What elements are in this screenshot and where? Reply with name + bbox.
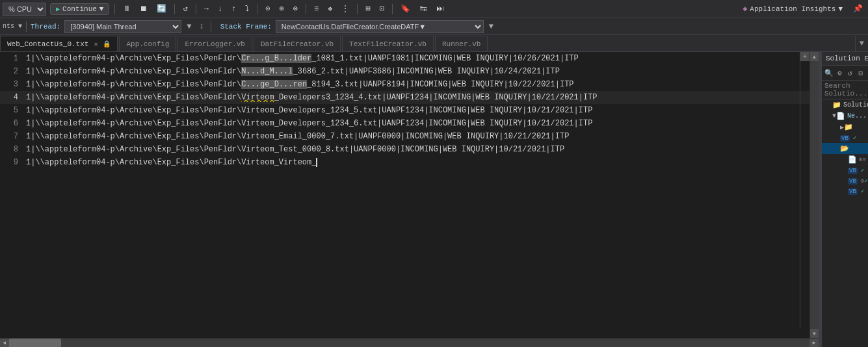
v-scroll-up[interactable]: ▲ xyxy=(810,52,819,61)
sol-vb-icon-2: VB xyxy=(848,166,859,174)
tab-web-contactus[interactable]: Web_ContactUs_0.txt ✕ 🔒 xyxy=(0,36,118,51)
toolbar-icon-6[interactable]: ↓ xyxy=(215,3,225,15)
line-num-9: 9 xyxy=(0,158,23,167)
play-icon: ▶ xyxy=(56,5,60,13)
thread-select[interactable]: [30940] Main Thread xyxy=(64,20,181,33)
toolbar-icon-16[interactable]: ⊡ xyxy=(377,3,387,15)
toolbar-icon-14[interactable]: ⋮ xyxy=(339,3,352,15)
sol-gear-2: ≡ xyxy=(862,157,865,163)
sol-item-project[interactable]: ▼ 📄 Ne... xyxy=(822,110,868,122)
sol-project-icon: 📄 xyxy=(836,112,845,120)
toolbar-icon-8[interactable]: ⤵ xyxy=(243,3,252,15)
code-line-8: 8 1|\\appteleform04-p\Archive\Exp_Files\… xyxy=(0,143,809,156)
toolbar-icon-9[interactable]: ⊙ xyxy=(263,3,272,15)
add-button[interactable]: + xyxy=(800,52,809,61)
sol-item-solution[interactable]: 📁 Solutio... xyxy=(822,99,868,110)
tab-datfilecreator[interactable]: DatFileCreator.vb xyxy=(254,36,341,51)
sol-search-placeholder: Search Solutio... xyxy=(824,82,867,97)
h-scroll-thumb[interactable] xyxy=(9,339,61,348)
toolbar-icon-1[interactable]: ⏸ xyxy=(120,3,133,15)
toolbar-pin-icon[interactable]: 📌 xyxy=(850,3,865,15)
code-editor[interactable]: + 1 1|\\appteleform04-p\Archive\Exp_File… xyxy=(0,52,809,338)
sol-item-vb4[interactable]: VB ✓ xyxy=(822,186,868,196)
tab-dropdown-button[interactable]: ▼ xyxy=(855,36,868,51)
toolbar-icon-19[interactable]: ⏭ xyxy=(434,3,447,15)
sol-item-selected[interactable]: 📂 xyxy=(822,143,868,154)
sol-item-vb3[interactable]: VB ⚙ ✓ xyxy=(822,175,868,186)
thread-nav-icon[interactable]: ↕ xyxy=(196,21,206,32)
tab-runner[interactable]: Runner.vb xyxy=(435,36,488,51)
h-scroll-left[interactable]: ◄ xyxy=(0,339,9,348)
line-num-7: 7 xyxy=(0,132,23,141)
toolbar-icon-3[interactable]: 🔄 xyxy=(154,3,169,15)
h-scroll-right[interactable]: ► xyxy=(809,339,819,348)
sol-vb-icon-4: VB xyxy=(848,187,859,195)
sol-item-file1[interactable]: 📄 ⚙ ≡ xyxy=(822,154,868,165)
continue-button[interactable]: ▶ Continue ▼ xyxy=(50,3,109,15)
toolbar-icon-5[interactable]: → xyxy=(202,3,211,15)
h-scroll-track[interactable] xyxy=(9,339,809,348)
tab-lock-icon: 🔒 xyxy=(103,40,111,48)
code-line-5: 5 1|\\appteleform04-p\Archive\Exp_Files\… xyxy=(0,104,809,117)
line-num-5: 5 xyxy=(0,106,23,115)
sol-tool-search[interactable]: 🔍 xyxy=(824,67,834,79)
stack-frame-label: Stack Frame: xyxy=(220,23,272,31)
line-content-9: 1|\\appteleform04-p\Archive\Exp_Files\Pe… xyxy=(23,158,322,167)
cpu-select[interactable]: % CPU xyxy=(3,3,46,16)
vb-badge-2: VB xyxy=(848,168,858,174)
code-wrapper: + 1 1|\\appteleform04-p\Archive\Exp_File… xyxy=(0,52,819,347)
sol-item-ref1[interactable]: ▶ 📁 xyxy=(822,122,868,133)
sol-file-icon: 📄 xyxy=(848,155,857,164)
sep4 xyxy=(257,4,257,14)
code-lines: 1 1|\\appteleform04-p\Archive\Exp_Files\… xyxy=(0,52,809,169)
app-insights-button[interactable]: ◈ Application Insights ▼ xyxy=(739,3,847,15)
tab-bar: Web_ContactUs_0.txt ✕ 🔒 App.config Error… xyxy=(0,35,868,52)
tab-textfilecreator[interactable]: TextFileCreator.vb xyxy=(342,36,434,51)
line-num-3: 3 xyxy=(0,80,23,89)
toolbar-icon-17[interactable]: 🔖 xyxy=(398,3,413,15)
toolbar-icon-15[interactable]: ⊞ xyxy=(363,3,373,15)
sol-vb-icon-3: VB xyxy=(848,177,859,185)
sol-item-vb1[interactable]: VB ✓ xyxy=(822,133,868,143)
sol-check-2: ✓ xyxy=(861,167,864,174)
toolbar-icon-2[interactable]: ⏹ xyxy=(137,3,150,15)
toolbar-icon-4[interactable]: ↺ xyxy=(180,3,190,15)
sol-folder-icon-1: 📁 xyxy=(844,123,853,131)
sol-tool-collapse[interactable]: ⊟ xyxy=(856,67,865,79)
toolbar-icon-18[interactable]: ⭾ xyxy=(417,3,430,15)
line-num-1: 1 xyxy=(0,54,23,63)
vb-badge-4: VB xyxy=(848,188,858,195)
v-scrollbar[interactable]: ▲ ▼ xyxy=(809,52,819,338)
stack-frame-select[interactable]: NewContactUs.DatFileCreator.CreateDATF▼ xyxy=(276,20,484,33)
sep1 xyxy=(114,4,115,14)
solution-explorer: Solution Exp... 🔍 ⚙ ↺ ⊟ Search Solutio..… xyxy=(821,52,868,347)
tab-errorlogger[interactable]: ErrorLogger.vb xyxy=(178,36,252,51)
line-content-3: 1|\\appteleform04-p\Archive\Exp_Files\Pe… xyxy=(23,80,574,89)
toolbar-icon-12[interactable]: ≡ xyxy=(311,3,321,15)
sol-item-vb2[interactable]: VB ✓ xyxy=(822,165,868,175)
tab-label-web-contactus: Web_ContactUs_0.txt xyxy=(7,40,88,48)
sol-solution-icon: 📁 xyxy=(832,101,841,109)
toolbar-icon-10[interactable]: ⊕ xyxy=(277,3,287,15)
tab-label-datfilecreator: DatFileCreator.vb xyxy=(261,40,334,48)
sol-solution-label: Solutio... xyxy=(843,101,868,109)
sol-tool-gear[interactable]: ⚙ xyxy=(835,67,844,79)
toolbar-icon-13[interactable]: ❖ xyxy=(325,3,335,15)
sep2 xyxy=(174,4,175,14)
filter-icon[interactable]: ▼ xyxy=(184,21,194,32)
line-num-4: 4 xyxy=(0,93,23,102)
toolbar-icon-11[interactable]: ⊗ xyxy=(291,3,300,15)
h-scrollbar[interactable]: ◄ ► xyxy=(0,338,819,347)
sol-tool-refresh[interactable]: ↺ xyxy=(846,67,855,79)
tab-app-config[interactable]: App.config xyxy=(119,36,176,51)
toolbar-icon-7[interactable]: ↑ xyxy=(229,3,239,15)
line-content-2: 1|\\appteleform04-p\Archive\Exp_Files\Pe… xyxy=(23,67,560,76)
solution-explorer-header: Solution Exp... xyxy=(822,52,868,66)
sol-search-bar: Search Solutio... xyxy=(822,81,868,99)
code-line-6: 6 1|\\appteleform04-p\Archive\Exp_Files\… xyxy=(0,117,809,130)
tab-close-web-contactus[interactable]: ✕ xyxy=(92,40,99,48)
stack-nav-icon[interactable]: ▼ xyxy=(486,21,496,32)
sol-vb-icon-1: VB xyxy=(840,134,851,142)
v-scroll-down[interactable]: ▼ xyxy=(810,329,819,338)
code-line-9: 9 1|\\appteleform04-p\Archive\Exp_Files\… xyxy=(0,156,809,169)
